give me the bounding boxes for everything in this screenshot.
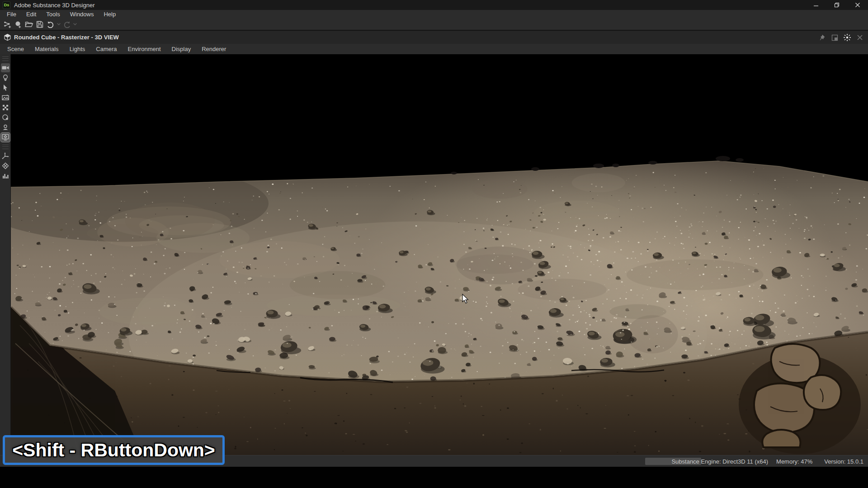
tool-bar — [0, 19, 868, 30]
focus-frame-button[interactable] — [841, 32, 854, 43]
view-panel-header[interactable]: Rounded Cube - Rasterizer - 3D VIEW — [0, 30, 868, 44]
lights-button[interactable] — [1, 73, 10, 82]
histogram-icon — [2, 172, 9, 179]
uv-wireframe-icon — [1, 162, 9, 170]
export-graph-icon — [3, 20, 11, 28]
minimize-icon — [813, 2, 819, 8]
chevron-down-icon — [73, 23, 77, 26]
redo-button[interactable] — [61, 19, 72, 29]
environment-image-icon — [1, 94, 9, 102]
open-button[interactable] — [24, 19, 34, 29]
save-button[interactable] — [34, 19, 45, 29]
pin-icon — [818, 34, 826, 41]
undo-history-chevron[interactable] — [56, 19, 61, 29]
undo-icon — [47, 20, 55, 28]
physical-camera-button[interactable] — [1, 123, 10, 132]
pin-panel-button[interactable] — [816, 32, 828, 43]
redo-history-chevron[interactable] — [72, 19, 78, 29]
bottom-black-band — [0, 467, 868, 488]
input-hint-overlay: <Shift - RButtonDown> — [3, 435, 225, 465]
open-folder-icon — [25, 20, 33, 28]
redo-icon — [63, 20, 71, 28]
viewmenu-lights[interactable]: Lights — [64, 46, 91, 52]
focus-frame-icon — [843, 33, 851, 42]
viewmenu-renderer[interactable]: Renderer — [196, 46, 231, 52]
toolbar-grip[interactable] — [2, 56, 9, 61]
thumbnail-panel-button[interactable] — [828, 32, 841, 43]
menu-bar: File Edit Tools Windows Help — [0, 10, 868, 19]
save-icon — [36, 20, 44, 28]
close-button[interactable] — [847, 0, 868, 10]
sphere-icon — [1, 113, 9, 122]
viewmenu-environment[interactable]: Environment — [123, 46, 166, 52]
pointer-icon — [1, 84, 9, 92]
physical-camera-icon — [1, 123, 9, 131]
histogram-button[interactable] — [1, 171, 10, 180]
display-settings-icon — [1, 133, 9, 141]
view-panel-title: Rounded Cube - Rasterizer - 3D VIEW — [14, 34, 119, 41]
select-pointer-button[interactable] — [1, 83, 10, 92]
material-button[interactable] — [1, 103, 10, 112]
transform-gizmo-button[interactable] — [1, 151, 10, 160]
engine-status: Substance Engine: Direct3D 11 (x64) — [671, 458, 768, 465]
viewport-3d[interactable]: Samples: 1 Render Time: 0.09 s — [11, 54, 868, 455]
viewmenu-camera[interactable]: Camera — [90, 46, 122, 52]
app-logo-icon: Ds — [3, 1, 10, 9]
close-icon — [857, 34, 863, 41]
new-substance-icon — [14, 20, 22, 28]
video-camera-icon — [1, 64, 9, 72]
texture-checker-icon — [2, 104, 9, 111]
restore-button[interactable] — [826, 0, 847, 10]
export-graph-button[interactable] — [2, 19, 13, 29]
undo-button[interactable] — [45, 19, 56, 29]
menu-help[interactable]: Help — [99, 10, 121, 19]
chevron-down-icon — [57, 23, 61, 26]
minimize-button[interactable] — [806, 0, 826, 10]
uv-wireframe-button[interactable] — [1, 161, 10, 170]
transform-axis-icon — [1, 152, 9, 160]
toolbar-grip[interactable] — [2, 145, 9, 149]
restore-icon — [834, 2, 840, 8]
environment-button[interactable] — [1, 93, 10, 102]
display-settings-button[interactable] — [1, 133, 10, 142]
title-bar: Ds Adobe Substance 3D Designer — [0, 0, 868, 10]
version-status: Version: 15.0.1 — [824, 458, 863, 465]
camera-mode-button[interactable] — [1, 63, 10, 72]
cube-icon — [4, 33, 11, 41]
input-hint-text: <Shift - RButtonDown> — [12, 440, 215, 461]
menu-tools[interactable]: Tools — [41, 10, 65, 19]
view-menu-bar: Scene Materials Lights Camera Environmen… — [0, 44, 868, 54]
viewmenu-display[interactable]: Display — [166, 46, 197, 52]
viewmenu-scene[interactable]: Scene — [2, 46, 29, 52]
close-icon — [855, 2, 860, 8]
lightbulb-icon — [1, 74, 9, 82]
viewport-side-toolbar — [0, 54, 11, 455]
close-panel-button[interactable] — [854, 32, 866, 43]
geometry-sphere-button[interactable] — [1, 113, 10, 122]
thumbnail-icon — [831, 34, 838, 41]
new-substance-button[interactable] — [13, 19, 24, 29]
memory-status: Memory: 47% — [776, 458, 812, 465]
menu-file[interactable]: File — [2, 10, 21, 19]
terrain-render — [11, 54, 868, 455]
menu-windows[interactable]: Windows — [65, 10, 99, 19]
menu-edit[interactable]: Edit — [21, 10, 41, 19]
viewmenu-materials[interactable]: Materials — [29, 46, 64, 52]
window-title: Adobe Substance 3D Designer — [14, 2, 95, 9]
